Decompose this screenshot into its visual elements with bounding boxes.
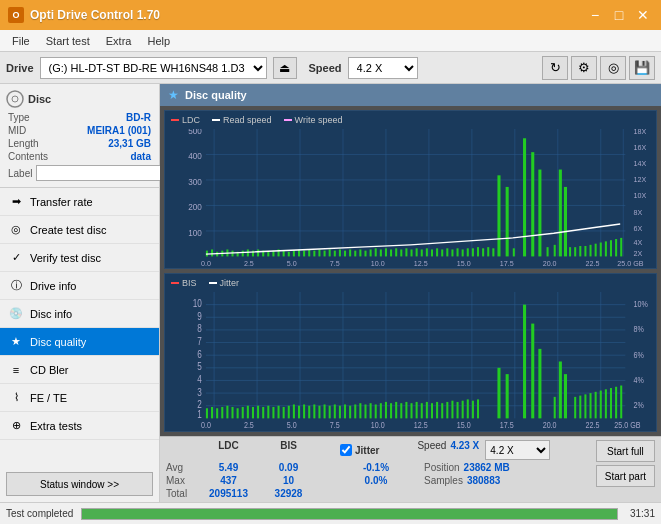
sidebar-item-create-test-disc[interactable]: ◎ Create test disc <box>0 216 159 244</box>
svg-text:16X: 16X <box>633 142 646 152</box>
svg-rect-80 <box>395 248 397 256</box>
svg-rect-171 <box>226 406 228 419</box>
content-header-icon: ★ <box>168 88 179 102</box>
eject-button[interactable]: ⏏ <box>273 57 297 79</box>
svg-text:10: 10 <box>193 298 202 309</box>
stats-max-ldc: 437 <box>196 475 261 486</box>
drive-select[interactable]: (G:) HL-DT-ST BD-RE WH16NS48 1.D3 <box>40 57 267 79</box>
svg-rect-104 <box>531 152 534 256</box>
svg-text:20.0: 20.0 <box>543 258 557 268</box>
sidebar-item-fe-te[interactable]: ⌇ FE / TE <box>0 384 159 412</box>
svg-rect-210 <box>426 402 428 418</box>
svg-rect-204 <box>395 402 397 418</box>
svg-rect-2 <box>165 129 656 268</box>
svg-rect-188 <box>313 404 315 418</box>
action-buttons: Start full Start part <box>596 440 655 487</box>
sidebar-item-disc-quality[interactable]: ★ Disc quality <box>0 328 159 356</box>
chart-ldc-legend: LDC Read speed Write speed <box>165 111 656 129</box>
svg-text:12.5: 12.5 <box>414 421 428 431</box>
legend-bis-color <box>171 282 179 284</box>
svg-text:9: 9 <box>197 311 202 322</box>
maximize-button[interactable]: □ <box>609 6 629 24</box>
svg-rect-215 <box>451 401 453 419</box>
speed-stat-select[interactable]: 4.2 X <box>485 440 550 460</box>
stats-max-label: Max <box>166 475 196 486</box>
minimize-button[interactable]: − <box>585 6 605 24</box>
svg-rect-189 <box>318 406 320 419</box>
svg-rect-220 <box>477 399 479 418</box>
status-window-button[interactable]: Status window >> <box>6 472 153 496</box>
stats-headers: LDC BIS Jitter Speed 4.23 X 4.2 X <box>166 440 550 460</box>
svg-rect-105 <box>538 170 541 257</box>
svg-rect-186 <box>303 404 305 418</box>
sidebar-item-transfer-rate[interactable]: ➡ Transfer rate <box>0 188 159 216</box>
svg-rect-187 <box>308 406 310 419</box>
svg-rect-73 <box>359 249 361 256</box>
svg-rect-195 <box>349 406 351 419</box>
svg-rect-227 <box>559 362 562 419</box>
svg-rect-175 <box>247 406 249 419</box>
legend-ldc: LDC <box>171 115 200 125</box>
refresh-button[interactable]: ↻ <box>542 56 568 80</box>
svg-rect-217 <box>462 401 464 419</box>
menu-start-test[interactable]: Start test <box>38 33 98 49</box>
svg-text:300: 300 <box>188 176 202 187</box>
svg-rect-168 <box>211 407 213 418</box>
svg-rect-76 <box>375 248 377 256</box>
disc-button[interactable]: ◎ <box>600 56 626 80</box>
sidebar-item-extra-tests[interactable]: ⊕ Extra tests <box>0 412 159 440</box>
sidebar-item-cd-bler[interactable]: ≡ CD Bler <box>0 356 159 384</box>
svg-point-1 <box>12 96 18 102</box>
stats-total-ldc: 2095113 <box>196 488 261 499</box>
svg-rect-65 <box>318 249 320 256</box>
svg-rect-51 <box>247 249 249 256</box>
svg-rect-194 <box>344 404 346 418</box>
legend-bis: BIS <box>171 278 197 288</box>
start-part-button[interactable]: Start part <box>596 465 655 487</box>
menu-extra[interactable]: Extra <box>98 33 140 49</box>
svg-rect-224 <box>531 324 534 419</box>
svg-rect-176 <box>252 407 254 418</box>
svg-rect-180 <box>272 407 274 418</box>
disc-mid-row: MID MEIRA1 (001) <box>6 125 153 136</box>
svg-rect-87 <box>431 249 433 256</box>
svg-rect-205 <box>400 403 402 418</box>
save-button[interactable]: 💾 <box>629 56 655 80</box>
svg-rect-119 <box>615 239 617 256</box>
menu-help[interactable]: Help <box>139 33 178 49</box>
app-icon: O <box>8 7 24 23</box>
svg-rect-232 <box>590 393 592 418</box>
svg-text:14X: 14X <box>633 159 646 169</box>
svg-text:6%: 6% <box>633 350 643 360</box>
start-full-button[interactable]: Start full <box>596 440 655 462</box>
stats-avg-row: Avg 5.49 0.09 -0.1% Position 23862 MB <box>166 462 550 473</box>
svg-rect-216 <box>457 402 459 418</box>
svg-rect-207 <box>411 403 413 418</box>
svg-rect-58 <box>283 251 285 257</box>
jitter-checkbox[interactable] <box>340 444 352 456</box>
settings-button[interactable]: ⚙ <box>571 56 597 80</box>
sidebar-item-disc-info[interactable]: 💿 Disc info <box>0 300 159 328</box>
create-test-icon: ◎ <box>8 222 24 238</box>
svg-rect-95 <box>472 248 474 256</box>
disc-label-input[interactable] <box>36 165 165 181</box>
svg-rect-113 <box>584 246 586 256</box>
svg-rect-197 <box>359 403 361 418</box>
sidebar-item-drive-info[interactable]: ⓘ Drive info <box>0 272 159 300</box>
fe-te-icon: ⌇ <box>8 390 24 406</box>
speed-select[interactable]: 4.2 X <box>348 57 418 79</box>
position-value: 23862 MB <box>464 462 510 473</box>
svg-text:12X: 12X <box>633 175 646 185</box>
svg-rect-226 <box>554 397 556 418</box>
svg-rect-93 <box>462 249 464 256</box>
svg-rect-99 <box>492 248 494 256</box>
close-button[interactable]: ✕ <box>633 6 653 24</box>
transfer-rate-icon: ➡ <box>8 194 24 210</box>
svg-rect-218 <box>467 399 469 418</box>
svg-rect-92 <box>457 248 459 256</box>
menu-file[interactable]: File <box>4 33 38 49</box>
sidebar-item-verify-test-disc[interactable]: ✓ Verify test disc <box>0 244 159 272</box>
svg-rect-170 <box>221 407 223 418</box>
svg-rect-112 <box>579 246 581 256</box>
svg-text:0.0: 0.0 <box>201 421 211 431</box>
